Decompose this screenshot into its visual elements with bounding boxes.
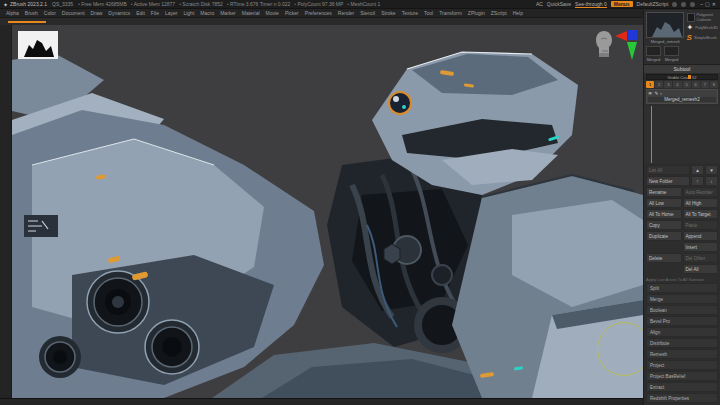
tray-icon[interactable] [690,2,695,7]
menu-item[interactable]: Picker [282,10,302,16]
menu-item[interactable]: Marker [217,10,239,16]
subtool-list-item[interactable]: 👁 ✎ ▫ Merged_remesh2 [646,89,718,104]
recent-tools: Merged Merged [644,46,720,64]
del-all-button[interactable]: Del All [683,264,719,274]
menu-item[interactable]: Material [239,10,263,16]
subpalette-section[interactable]: Project BasRelief [646,371,718,381]
menu-item[interactable]: Transform [436,10,465,16]
spacer [646,264,682,274]
camview-head-widget[interactable] [593,29,615,59]
tray-icon[interactable] [672,2,677,7]
menu-item[interactable]: Alpha [3,10,22,16]
list-all-button[interactable]: List All [646,165,690,175]
subpalette-section[interactable]: Align [646,327,718,337]
menu-item[interactable]: Draw [88,10,106,16]
menu-item[interactable]: Layer [162,10,181,16]
menu-item[interactable]: ZPlugin [465,10,488,16]
current-tool-thumbnail[interactable] [646,12,684,38]
subtool-page-button[interactable]: 3 [664,81,672,88]
subpalette-section[interactable]: Extract [646,382,718,392]
all-to-home-button[interactable]: All To Home [646,209,682,219]
subtool-page-button[interactable]: 7 [701,81,709,88]
menu-item[interactable]: Color [41,10,59,16]
subpalette-section[interactable]: Project [646,360,718,370]
menu-item[interactable]: Texture [399,10,421,16]
subpalette-section[interactable]: Split [646,283,718,293]
append-button[interactable]: Append [683,231,719,241]
menu-bar: AlphaBrushColorDocumentDrawDynamicsEditF… [0,9,643,18]
menu-item[interactable]: Light [180,10,197,16]
subpalette-section[interactable]: Boolean [646,305,718,315]
insert-button[interactable]: Insert [683,242,719,252]
subtool-down-button[interactable]: ▼ [705,165,718,175]
tool-slot-thumbnail [687,13,695,22]
paste-button[interactable]: Paste [683,220,719,230]
subtool-page-button[interactable]: 6 [692,81,700,88]
menu-item[interactable]: Stencil [357,10,378,16]
folder-up-button[interactable]: ↑ [691,176,704,186]
visible-count-label: Visible Count 52 [667,75,696,80]
subtool-page-button[interactable]: 5 [683,81,691,88]
subtool-up-button[interactable]: ▲ [691,165,704,175]
all-high-button[interactable]: All High [683,198,719,208]
tool-slot[interactable]: S SimpleBrush [687,33,718,42]
recent-tool[interactable]: Merged [664,46,679,62]
current-tool-label: Merged_remesh [651,39,680,44]
subtool-page-button[interactable]: 8 [710,81,718,88]
subpalette-section[interactable]: Redshift Properties [646,393,718,403]
folder-down-button[interactable]: ↓ [705,176,718,186]
tool-slot[interactable]: Polypaint Colorize [687,12,718,22]
menu-item[interactable]: Macro [197,10,217,16]
menu-item[interactable]: Stroke [378,10,398,16]
recent-tool[interactable]: Merged [646,46,661,62]
new-folder-button[interactable]: New Folder [646,176,690,186]
all-to-target-button[interactable]: All To Target [683,209,719,219]
copy-button[interactable]: Copy [646,220,682,230]
slider-handle[interactable] [688,75,691,79]
subtool-palette-header[interactable]: Subtool [644,64,720,73]
subtool-page-button[interactable]: 4 [673,81,681,88]
menu-item[interactable]: File [148,10,162,16]
left-tray[interactable] [0,25,12,405]
menu-item[interactable]: Help [510,10,526,16]
visibility-eye-icon[interactable]: 👁 [648,91,653,96]
all-low-button[interactable]: All Low [646,198,682,208]
auto-reorder-button[interactable]: Auto Reorder [683,187,719,197]
menu-item[interactable]: Edit [133,10,148,16]
menu-item[interactable]: Document [59,10,88,16]
visible-count-slider[interactable]: Visible Count 52 [646,74,718,80]
see-through-slider[interactable]: See-through 0 [575,1,607,8]
ac-button[interactable]: AC [536,1,543,7]
menu-item[interactable]: Brush [22,10,41,16]
document-canvas[interactable] [12,25,643,398]
default-zscript-button[interactable]: DefaultZScript [637,1,669,7]
subpalette-section[interactable]: Merge [646,294,718,304]
subtool-page-button[interactable]: 2 [655,81,663,88]
tray-icon[interactable] [681,2,686,7]
subpalette-section[interactable]: Distribute [646,338,718,348]
menu-item[interactable]: Render [335,10,357,16]
subpalette-section[interactable]: Remesh [646,349,718,359]
window-control-button[interactable]: ▢ [704,1,711,7]
menu-item[interactable]: Tool [421,10,436,16]
menus-toggle-button[interactable]: Menus [611,1,633,7]
menu-item[interactable]: ZScript [488,10,510,16]
rename-button[interactable]: Rename [646,187,682,197]
tool-slot-label: PolyMesh3D [695,25,718,30]
del-other-button[interactable]: Del Other [683,253,719,263]
recent-tool-label: Merged [647,57,661,62]
menu-item[interactable]: Dynamics [105,10,133,16]
menu-item[interactable]: Movie [263,10,282,16]
axis-gizmo[interactable] [613,28,639,62]
duplicate-button[interactable]: Duplicate [646,231,682,241]
window-control-button[interactable]: ✕ [711,1,717,7]
subtool-flag-icon[interactable]: ▫ [660,91,662,96]
quicksave-button[interactable]: QuickSave [547,1,571,7]
tool-slot[interactable]: ✦ PolyMesh3D [687,23,718,32]
delete-button[interactable]: Delete [646,253,682,263]
polypaint-brush-icon[interactable]: ✎ [655,91,659,96]
subtool-list-area[interactable] [644,106,720,163]
menu-item[interactable]: Preferences [302,10,335,16]
subtool-page-button[interactable]: 1 [646,81,654,88]
subpalette-section[interactable]: Bevel Pro [646,316,718,326]
